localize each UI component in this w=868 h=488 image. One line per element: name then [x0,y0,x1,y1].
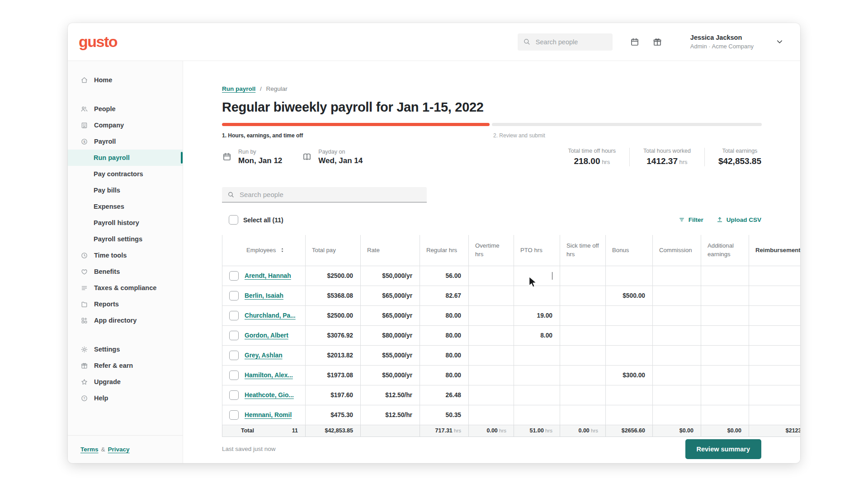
cell-reimbursement[interactable] [749,286,801,305]
cell-commission[interactable] [653,325,701,345]
employee-link[interactable]: Heathcote, Gio... [245,392,294,399]
cell-sick[interactable] [560,405,606,425]
sidebar-item-pay-contractors[interactable]: Pay contractors [68,166,183,182]
select-all-checkbox[interactable] [229,215,238,225]
cell-reimbursement[interactable] [749,325,801,345]
column-header-employees[interactable]: Employees [222,235,306,266]
cell-commission[interactable] [653,405,701,425]
cell-regular[interactable]: 80.00 [420,365,469,385]
cell-bonus[interactable] [606,345,653,365]
cell-pto[interactable] [514,385,560,405]
employee-link[interactable]: Gordon, Albert [245,332,288,339]
cell-bonus[interactable] [606,405,653,425]
cell-additional[interactable] [701,305,749,325]
table-search-input[interactable] [239,190,421,199]
sort-icon[interactable] [279,247,285,253]
cell-sick[interactable] [560,325,606,345]
cell-pto[interactable] [514,345,560,365]
employee-link[interactable]: Hamilton, Alex... [245,372,293,379]
user-menu[interactable]: Jessica Jackson Admin · Acme Company [690,33,754,50]
cell-regular[interactable]: 26.48 [420,385,469,405]
cell-overtime[interactable] [469,266,514,286]
cell-pto[interactable]: 19.00 [514,305,560,325]
sidebar-item-payroll-history[interactable]: Payroll history [68,215,183,231]
sidebar-item-run-payroll[interactable]: Run payroll [68,150,183,166]
cell-bonus[interactable] [606,266,653,286]
cell-additional[interactable] [701,286,749,305]
cell-overtime[interactable] [469,305,514,325]
sidebar-item-refer-earn[interactable]: Refer & earn [68,357,183,374]
employee-link[interactable]: Hemnani, Romil [245,412,292,418]
cell-regular[interactable]: 80.00 [420,305,469,325]
employee-link[interactable]: Churchland, Pa... [245,312,296,319]
upload-csv-button[interactable]: Upload CSV [716,216,761,223]
employee-link[interactable]: Berlin, Isaiah [245,292,283,299]
topbar-search[interactable] [518,33,613,51]
sidebar-item-home[interactable]: Home [68,72,183,88]
cell-overtime[interactable] [469,405,514,425]
cell-sick[interactable] [560,305,606,325]
cell-additional[interactable] [701,345,749,365]
row-checkbox[interactable] [229,390,239,400]
cell-commission[interactable] [653,385,701,405]
row-checkbox[interactable] [229,410,239,420]
cell-commission[interactable] [653,305,701,325]
cell-overtime[interactable] [469,365,514,385]
cell-pto[interactable] [514,365,560,385]
sidebar-item-benefits[interactable]: Benefits [68,263,183,280]
sidebar-item-settings[interactable]: Settings [68,341,183,357]
breadcrumb-run-payroll[interactable]: Run payroll [222,85,255,92]
table-search[interactable] [222,187,427,202]
cell-bonus[interactable]: $300.00 [606,365,653,385]
cell-overtime[interactable] [469,325,514,345]
cell-additional[interactable] [701,325,749,345]
cell-reimbursement[interactable] [749,345,801,365]
cell-reimbursement[interactable] [749,385,801,405]
terms-link[interactable]: Terms [80,446,99,453]
cell-additional[interactable] [701,385,749,405]
sidebar-item-pay-bills[interactable]: Pay bills [68,182,183,198]
sidebar-item-payroll[interactable]: $Payroll [68,133,183,150]
row-checkbox[interactable] [229,271,239,281]
cell-sick[interactable] [560,286,606,305]
cell-pto[interactable]: 8.00 [514,325,560,345]
cell-additional[interactable] [701,365,749,385]
sidebar-item-upgrade[interactable]: Upgrade [68,374,183,390]
cell-bonus[interactable]: $500.00 [606,286,653,305]
row-checkbox[interactable] [229,331,239,340]
sidebar-item-reports[interactable]: Reports [68,296,183,312]
chevron-down-icon[interactable] [775,38,784,46]
cell-bonus[interactable] [606,325,653,345]
cell-overtime[interactable] [469,286,514,305]
cell-commission[interactable] [653,286,701,305]
cell-reimbursement[interactable] [749,405,801,425]
row-checkbox[interactable] [229,311,239,320]
filter-button[interactable]: Filter [678,216,703,223]
sidebar-item-time-tools[interactable]: Time tools [68,247,183,263]
cell-sick[interactable] [560,385,606,405]
gift-icon[interactable] [652,37,662,47]
cell-additional[interactable] [701,266,749,286]
sidebar-item-app-directory[interactable]: App directory [68,312,183,328]
cell-regular[interactable]: 56.00 [420,266,469,286]
cell-commission[interactable] [653,345,701,365]
sidebar-item-help[interactable]: ?Help [68,390,183,406]
sidebar-item-expenses[interactable]: Expenses [68,198,183,215]
cell-regular[interactable]: 80.00 [420,345,469,365]
cell-regular[interactable]: 80.00 [420,325,469,345]
sidebar-item-company[interactable]: Company [68,117,183,133]
cell-overtime[interactable] [469,385,514,405]
topbar-search-input[interactable] [535,38,607,46]
cell-reimbursement[interactable] [749,266,801,286]
cell-additional[interactable] [701,405,749,425]
cell-sick[interactable] [560,266,606,286]
calendar-icon[interactable] [630,37,640,47]
cell-sick[interactable] [560,345,606,365]
cell-commission[interactable] [653,365,701,385]
sidebar-item-taxes-compliance[interactable]: Taxes & compliance [68,280,183,296]
cell-reimbursement[interactable] [749,305,801,325]
employee-link[interactable]: Grey, Ashlan [245,352,283,359]
row-checkbox[interactable] [229,291,239,300]
cell-pto[interactable] [514,286,560,305]
employee-link[interactable]: Arendt, Hannah [245,272,291,279]
